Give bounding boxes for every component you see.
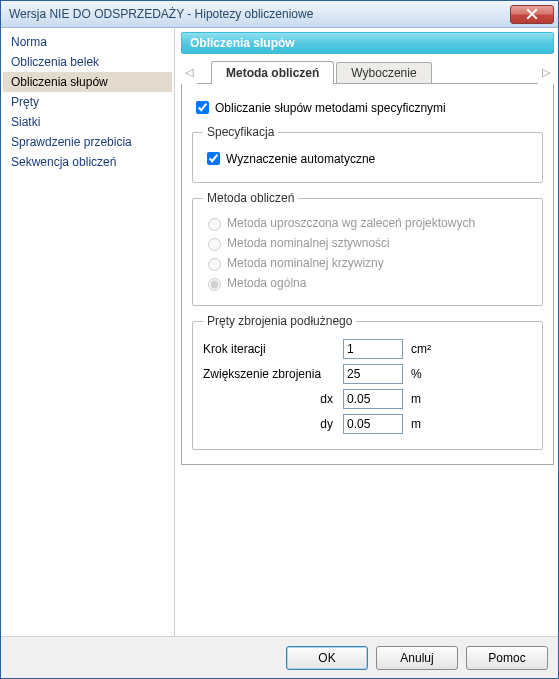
- sidebar-item-label: Obliczenia słupów: [11, 75, 108, 89]
- checkbox-label: Wyznaczenie automatyczne: [226, 152, 375, 166]
- sidebar-item-sprawdzenie-przebicia[interactable]: Sprawdzenie przebicia: [3, 132, 172, 152]
- dialog-body: Norma Obliczenia belek Obliczenia słupów…: [1, 28, 558, 636]
- legend-specyfikacja: Specyfikacja: [203, 125, 278, 139]
- param-label: dy: [203, 417, 343, 431]
- radio-ogolna: [208, 278, 221, 291]
- checkbox-row-specific-methods[interactable]: Obliczanie słupów metodami specyficznymi: [192, 98, 543, 117]
- close-icon: [526, 8, 538, 20]
- sidebar-item-label: Pręty: [11, 95, 39, 109]
- input-dx[interactable]: [343, 389, 403, 409]
- footer: OK Anuluj Pomoc: [1, 636, 558, 678]
- sidebar-item-obliczenia-belek[interactable]: Obliczenia belek: [3, 52, 172, 72]
- section-header: Obliczenia słupów: [181, 32, 554, 54]
- radio-row-krzywizna: Metoda nominalnej krzywizny: [203, 255, 532, 271]
- legend-metoda: Metoda obliczeń: [203, 191, 298, 205]
- titlebar-text: Wersja NIE DO ODSPRZEDAŻY - Hipotezy obl…: [9, 7, 313, 21]
- input-krok-iteracji[interactable]: [343, 339, 403, 359]
- close-button[interactable]: [510, 5, 554, 24]
- param-unit: m: [403, 392, 433, 406]
- sidebar-item-label: Norma: [11, 35, 47, 49]
- radio-label: Metoda nominalnej krzywizny: [227, 256, 384, 270]
- radio-label: Metoda nominalnej sztywności: [227, 236, 390, 250]
- input-dy[interactable]: [343, 414, 403, 434]
- fieldset-prety-zbrojenia: Pręty zbrojenia podłużnego Krok iteracji…: [192, 314, 543, 450]
- cancel-button[interactable]: Anuluj: [376, 646, 458, 670]
- radio-label: Metoda uproszczona wg zaleceń projektowy…: [227, 216, 475, 230]
- tab-scroll-right[interactable]: ▷: [538, 66, 554, 79]
- sidebar-item-siatki[interactable]: Siatki: [3, 112, 172, 132]
- radio-sztywnosc: [208, 238, 221, 251]
- tab-panel: Obliczanie słupów metodami specyficznymi…: [181, 84, 554, 465]
- checkbox-specific-methods[interactable]: [196, 101, 209, 114]
- param-unit: cm²: [403, 342, 433, 356]
- radio-uproszczona: [208, 218, 221, 231]
- tab-label: Wyboczenie: [351, 66, 416, 80]
- param-row-dx: dx m: [203, 389, 532, 409]
- sidebar-item-label: Sprawdzenie przebicia: [11, 135, 132, 149]
- section-title: Obliczenia słupów: [190, 36, 295, 50]
- input-zwiekszenie[interactable]: [343, 364, 403, 384]
- radio-row-sztywnosc: Metoda nominalnej sztywności: [203, 235, 532, 251]
- param-row-dy: dy m: [203, 414, 532, 434]
- sidebar-item-sekwencja-obliczen[interactable]: Sekwencja obliczeń: [3, 152, 172, 172]
- tabs-container: Metoda obliczeń Wyboczenie: [197, 60, 538, 84]
- ok-button[interactable]: OK: [286, 646, 368, 670]
- sidebar-item-prety[interactable]: Pręty: [3, 92, 172, 112]
- param-label: Krok iteracji: [203, 342, 343, 356]
- sidebar-item-norma[interactable]: Norma: [3, 32, 172, 52]
- checkbox-label: Obliczanie słupów metodami specyficznymi: [215, 101, 446, 115]
- param-label: dx: [203, 392, 343, 406]
- sidebar-item-obliczenia-slupow[interactable]: Obliczenia słupów: [3, 72, 172, 92]
- tab-bar: ◁ Metoda obliczeń Wyboczenie ▷: [181, 60, 554, 84]
- sidebar-item-label: Sekwencja obliczeń: [11, 155, 116, 169]
- checkbox-auto[interactable]: [207, 152, 220, 165]
- fieldset-specyfikacja: Specyfikacja Wyznaczenie automatyczne: [192, 125, 543, 183]
- sidebar-item-label: Obliczenia belek: [11, 55, 99, 69]
- param-unit: m: [403, 417, 433, 431]
- tab-wyboczenie[interactable]: Wyboczenie: [336, 62, 431, 83]
- sidebar: Norma Obliczenia belek Obliczenia słupów…: [1, 28, 175, 636]
- legend-prety: Pręty zbrojenia podłużnego: [203, 314, 356, 328]
- checkbox-row-auto[interactable]: Wyznaczenie automatyczne: [203, 149, 532, 168]
- sidebar-item-label: Siatki: [11, 115, 40, 129]
- radio-row-uproszczona: Metoda uproszczona wg zaleceń projektowy…: [203, 215, 532, 231]
- radio-row-ogolna: Metoda ogólna: [203, 275, 532, 291]
- content-area: Obliczenia słupów ◁ Metoda obliczeń Wybo…: [175, 28, 558, 636]
- param-label: Zwiększenie zbrojenia: [203, 367, 343, 381]
- tab-scroll-left[interactable]: ◁: [181, 66, 197, 79]
- titlebar: Wersja NIE DO ODSPRZEDAŻY - Hipotezy obl…: [1, 1, 558, 28]
- param-row-zwiekszenie: Zwiększenie zbrojenia %: [203, 364, 532, 384]
- help-button[interactable]: Pomoc: [466, 646, 548, 670]
- tab-label: Metoda obliczeń: [226, 66, 319, 80]
- fieldset-metoda-obliczen: Metoda obliczeń Metoda uproszczona wg za…: [192, 191, 543, 306]
- radio-label: Metoda ogólna: [227, 276, 306, 290]
- param-row-krok-iteracji: Krok iteracji cm²: [203, 339, 532, 359]
- radio-krzywizna: [208, 258, 221, 271]
- param-unit: %: [403, 367, 433, 381]
- tab-metoda-obliczen[interactable]: Metoda obliczeń: [211, 61, 334, 84]
- dialog-window: Wersja NIE DO ODSPRZEDAŻY - Hipotezy obl…: [0, 0, 559, 679]
